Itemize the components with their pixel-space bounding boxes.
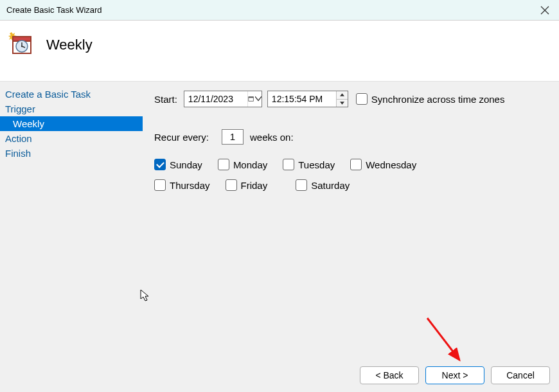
day-sunday-checkbox[interactable] (154, 159, 166, 170)
recur-label-left: Recur every: (154, 132, 209, 143)
day-thursday-checkbox[interactable] (154, 179, 166, 191)
wizard-footer: < Back Next > Cancel (0, 359, 559, 392)
time-spinner-down[interactable] (337, 100, 348, 107)
days-row-1: Sunday Monday Tuesday Wednesday (154, 159, 547, 170)
time-spinner (336, 91, 348, 107)
day-sunday-label: Sunday (170, 159, 202, 170)
start-row: Start: 12/11/2023 12:15:54 PM (154, 91, 547, 107)
day-monday-wrap[interactable]: Monday (218, 159, 267, 170)
wizard-header: Weekly (0, 21, 559, 82)
sidebar-item-trigger[interactable]: Trigger (0, 102, 143, 116)
svg-point-8 (21, 46, 22, 47)
chevron-down-icon (255, 95, 262, 103)
sidebar-item-finish[interactable]: Finish (0, 146, 143, 161)
wizard-body: Create a Basic Task Trigger Weekly Actio… (0, 82, 559, 359)
day-wednesday-wrap[interactable]: Wednesday (350, 159, 416, 170)
sidebar-item-create-basic-task[interactable]: Create a Basic Task (0, 87, 143, 102)
wizard-content: Start: 12/11/2023 12:15:54 PM (143, 82, 559, 359)
day-tuesday-label: Tuesday (298, 159, 335, 170)
next-button[interactable]: Next > (425, 366, 484, 384)
calendar-dropdown-icon (248, 95, 254, 103)
start-label: Start: (154, 94, 177, 105)
day-sunday-wrap[interactable]: Sunday (154, 159, 202, 170)
day-saturday-label: Saturday (311, 180, 350, 191)
sync-timezones-checkbox[interactable] (356, 93, 368, 105)
sync-timezones-label: Synchronize across time zones (371, 94, 505, 105)
page-title: Weekly (46, 37, 93, 53)
titlebar: Create Basic Task Wizard (0, 0, 559, 21)
chevron-down-icon (340, 102, 344, 105)
calendar-clock-icon (8, 31, 33, 57)
recur-row: Recur every: 1 weeks on: (154, 129, 547, 145)
sync-timezones-checkbox-wrap[interactable]: Synchronize across time zones (356, 93, 505, 105)
recur-weeks-input[interactable]: 1 (222, 129, 244, 145)
day-monday-checkbox[interactable] (218, 159, 229, 170)
start-date-picker[interactable]: 12/11/2023 (184, 91, 262, 107)
close-icon (540, 6, 549, 15)
day-saturday-wrap[interactable]: Saturday (296, 179, 350, 191)
cancel-button[interactable]: Cancel (491, 366, 550, 384)
days-row-2: Thursday Friday Saturday (154, 179, 547, 191)
chevron-up-icon (340, 93, 344, 96)
day-friday-checkbox[interactable] (226, 179, 237, 191)
day-saturday-checkbox[interactable] (296, 179, 307, 191)
svg-rect-10 (249, 97, 254, 98)
close-button[interactable] (537, 3, 553, 18)
day-wednesday-label: Wednesday (366, 159, 416, 170)
day-tuesday-checkbox[interactable] (283, 159, 294, 170)
day-monday-label: Monday (233, 159, 267, 170)
day-thursday-wrap[interactable]: Thursday (154, 179, 210, 191)
back-button[interactable]: < Back (360, 366, 419, 384)
time-spinner-up[interactable] (337, 91, 348, 100)
day-thursday-label: Thursday (170, 180, 210, 191)
start-date-value: 12/11/2023 (184, 94, 247, 104)
window-title: Create Basic Task Wizard (6, 5, 102, 15)
start-time-value: 12:15:54 PM (268, 94, 336, 104)
start-time-picker[interactable]: 12:15:54 PM (267, 91, 348, 107)
day-friday-wrap[interactable]: Friday (226, 179, 268, 191)
wizard-steps-sidebar: Create a Basic Task Trigger Weekly Actio… (0, 82, 143, 359)
sidebar-item-weekly[interactable]: Weekly (0, 116, 143, 131)
date-dropdown-button[interactable] (247, 91, 262, 107)
sidebar-item-action[interactable]: Action (0, 131, 143, 146)
day-friday-label: Friday (241, 180, 268, 191)
day-tuesday-wrap[interactable]: Tuesday (283, 159, 335, 170)
day-wednesday-checkbox[interactable] (350, 159, 362, 170)
recur-label-right: weeks on: (250, 132, 294, 143)
